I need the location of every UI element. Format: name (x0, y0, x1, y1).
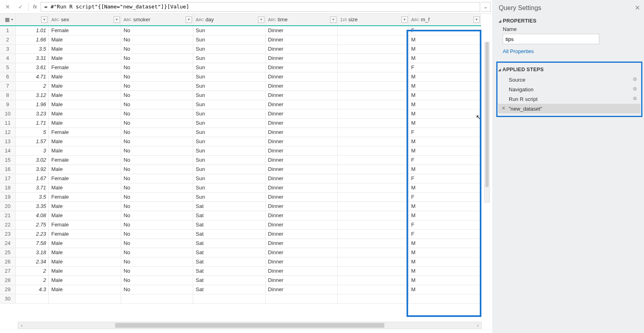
cell-c0[interactable]: 1.71 (15, 118, 49, 127)
cell-c0[interactable]: 4.71 (15, 72, 49, 81)
cell-time[interactable] (265, 294, 337, 303)
cell-day[interactable]: Sat (193, 285, 265, 294)
filter-button[interactable]: ▾ (258, 16, 264, 23)
cell-mf[interactable]: M (409, 211, 481, 220)
table-row[interactable]: 11.01FemaleNoSunDinnerF (0, 26, 481, 35)
cell-c0[interactable]: 7.58 (15, 238, 49, 248)
cell-size[interactable] (338, 220, 409, 229)
cell-day[interactable]: Sun (193, 118, 265, 127)
cell-day[interactable]: Sun (193, 26, 265, 35)
cell-size[interactable] (338, 90, 409, 100)
cell-size[interactable] (338, 174, 409, 183)
cell-time[interactable]: Dinner (265, 211, 337, 220)
row-number[interactable]: 12 (0, 127, 15, 137)
cell-time[interactable]: Dinner (265, 100, 337, 109)
cell-mf[interactable]: F (409, 26, 481, 35)
cell-time[interactable]: Dinner (265, 44, 337, 53)
cell-mf[interactable] (409, 294, 481, 303)
cell-c0[interactable]: 5 (15, 127, 49, 137)
column-header-0[interactable]: ▾ (15, 14, 49, 26)
cell-time[interactable]: Dinner (265, 183, 337, 192)
cell-size[interactable] (338, 257, 409, 266)
cell-smoker[interactable]: No (121, 146, 193, 155)
cell-sex[interactable]: Male (49, 201, 121, 211)
cell-sex[interactable]: Male (49, 183, 121, 192)
column-header-smoker[interactable]: ABCsmoker ▾ (121, 14, 193, 26)
cell-smoker[interactable]: No (121, 35, 193, 44)
cell-c0[interactable]: 3.23 (15, 109, 49, 118)
cell-day[interactable]: Sat (193, 266, 265, 275)
cell-c0[interactable]: 3.5 (15, 44, 49, 53)
hscroll-track[interactable] (25, 322, 474, 329)
cell-c0[interactable]: 2.75 (15, 220, 49, 229)
cell-mf[interactable]: M (409, 201, 481, 211)
table-row[interactable]: 111.71MaleNoSunDinnerM (0, 118, 481, 127)
cell-time[interactable]: Dinner (265, 109, 337, 118)
cell-mf[interactable]: F (409, 220, 481, 229)
cell-size[interactable] (338, 26, 409, 35)
cell-smoker[interactable]: No (121, 53, 193, 63)
row-number[interactable]: 28 (0, 275, 15, 285)
table-row[interactable]: 294.3MaleNoSatDinnerM (0, 285, 481, 294)
cell-mf[interactable]: M (409, 81, 481, 90)
cell-mf[interactable]: M (409, 275, 481, 285)
cell-smoker[interactable]: No (121, 201, 193, 211)
cell-smoker[interactable]: No (121, 238, 193, 248)
cell-c0[interactable]: 3.35 (15, 201, 49, 211)
row-number[interactable]: 27 (0, 266, 15, 275)
cell-smoker[interactable]: No (121, 137, 193, 146)
row-number[interactable]: 22 (0, 220, 15, 229)
cell-time[interactable]: Dinner (265, 81, 337, 90)
cell-day[interactable]: Sun (193, 44, 265, 53)
table-row[interactable]: 214.08MaleNoSatDinnerM (0, 211, 481, 220)
cell-mf[interactable]: M (409, 238, 481, 248)
cell-time[interactable]: Dinner (265, 275, 337, 285)
row-number[interactable]: 20 (0, 201, 15, 211)
cell-time[interactable]: Dinner (265, 63, 337, 72)
row-number[interactable]: 30 (0, 294, 15, 303)
table-row[interactable]: 153.02FemaleNoSunDinnerF (0, 155, 481, 164)
cell-smoker[interactable]: No (121, 81, 193, 90)
cell-smoker[interactable]: No (121, 26, 193, 35)
cell-time[interactable]: Dinner (265, 229, 337, 238)
row-number[interactable]: 11 (0, 118, 15, 127)
table-row[interactable]: 282MaleNoSatDinnerM (0, 275, 481, 285)
vscroll-thumb[interactable] (485, 42, 489, 187)
cell-day[interactable]: Sun (193, 192, 265, 201)
cell-size[interactable] (338, 275, 409, 285)
filter-button[interactable]: ▾ (330, 16, 336, 23)
cell-smoker[interactable]: No (121, 90, 193, 100)
cell-c0[interactable]: 2 (15, 275, 49, 285)
cell-smoker[interactable]: No (121, 220, 193, 229)
cell-smoker[interactable]: No (121, 275, 193, 285)
cell-time[interactable]: Dinner (265, 127, 337, 137)
cell-day[interactable]: Sat (193, 211, 265, 220)
cell-size[interactable] (338, 137, 409, 146)
cell-mf[interactable]: M (409, 164, 481, 174)
table-row[interactable]: 183.71MaleNoSunDinnerM (0, 183, 481, 192)
cell-time[interactable]: Dinner (265, 238, 337, 248)
cell-mf[interactable]: F (409, 155, 481, 164)
cell-c0[interactable]: 4.08 (15, 211, 49, 220)
cell-mf[interactable]: M (409, 266, 481, 275)
hscroll-thumb[interactable] (115, 323, 384, 328)
row-number[interactable]: 6 (0, 72, 15, 81)
cell-time[interactable]: Dinner (265, 53, 337, 63)
cell-size[interactable] (338, 118, 409, 127)
cell-sex[interactable]: Male (49, 146, 121, 155)
cell-mf[interactable]: F (409, 127, 481, 137)
table-row[interactable]: 232.23FemaleNoSatDinnerF (0, 229, 481, 238)
cell-time[interactable]: Dinner (265, 137, 337, 146)
cell-time[interactable]: Dinner (265, 220, 337, 229)
cell-sex[interactable]: Female (49, 192, 121, 201)
cell-mf[interactable]: M (409, 53, 481, 63)
cell-size[interactable] (338, 72, 409, 81)
row-number[interactable]: 7 (0, 81, 15, 90)
table-row[interactable]: 203.35MaleNoSatDinnerM (0, 201, 481, 211)
row-number[interactable]: 19 (0, 192, 15, 201)
gear-icon[interactable]: ⚙ (633, 76, 637, 82)
cell-sex[interactable]: Female (49, 220, 121, 229)
cell-mf[interactable]: F (409, 174, 481, 183)
cell-c0[interactable]: 2.23 (15, 229, 49, 238)
cell-smoker[interactable]: No (121, 127, 193, 137)
